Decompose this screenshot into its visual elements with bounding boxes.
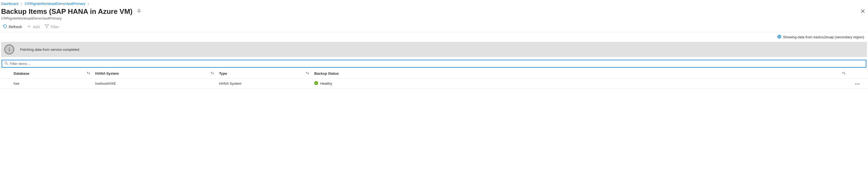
breadcrumb-link-dashboard[interactable]: Dashboard bbox=[1, 2, 19, 6]
page-subtitle: CRRIgniteWorkloadDemoVaultPrimary bbox=[0, 16, 868, 23]
svg-line-8 bbox=[7, 64, 8, 65]
column-header-hana-system[interactable]: HANA System bbox=[95, 71, 219, 75]
region-notice-bar: Showing data from eastus2euap (secondary… bbox=[0, 32, 868, 42]
breadcrumb: Dashboard 〉 CRRIgniteWorkloadDemoVaultPr… bbox=[0, 0, 868, 6]
svg-point-7 bbox=[5, 62, 7, 64]
status-ok-icon bbox=[314, 81, 318, 86]
cell-type: HANA System bbox=[219, 81, 241, 85]
backup-items-table: Database HANA System Type Backup Status bbox=[0, 69, 868, 89]
filter-items-input[interactable] bbox=[10, 62, 864, 66]
sort-icon bbox=[87, 71, 95, 75]
column-label: Database bbox=[13, 71, 29, 75]
pin-icon[interactable] bbox=[137, 9, 141, 14]
globe-icon bbox=[777, 35, 781, 40]
column-label: Backup Status bbox=[314, 71, 339, 75]
column-header-backup-status[interactable]: Backup Status bbox=[314, 71, 850, 75]
more-actions-button[interactable] bbox=[855, 81, 860, 85]
info-message: Fetching data from service completed. bbox=[20, 47, 80, 51]
svg-point-10 bbox=[855, 83, 856, 84]
table-row[interactable]: hxe hxehost\HXE HANA System Healthy bbox=[0, 78, 868, 89]
close-icon bbox=[861, 10, 865, 14]
sort-icon bbox=[842, 71, 850, 75]
filter-button: Filter bbox=[44, 24, 59, 29]
search-icon bbox=[4, 61, 8, 66]
filter-items-box[interactable] bbox=[2, 60, 866, 68]
column-label: Type bbox=[219, 71, 227, 75]
cell-database: hxe bbox=[13, 81, 19, 85]
filter-icon bbox=[44, 24, 49, 29]
breadcrumb-link-vault[interactable]: CRRIgniteWorkloadDemoVaultPrimary bbox=[25, 2, 86, 6]
svg-marker-5 bbox=[45, 25, 49, 28]
cell-backup-status: Healthy bbox=[320, 81, 332, 85]
sort-icon bbox=[306, 71, 314, 75]
close-button[interactable] bbox=[859, 8, 866, 15]
page-header: Backup Items (SAP HANA in Azure VM) bbox=[0, 6, 868, 16]
column-header-type[interactable]: Type bbox=[219, 71, 314, 75]
refresh-icon bbox=[3, 24, 7, 29]
filter-label: Filter bbox=[51, 25, 59, 29]
info-icon: i bbox=[4, 44, 14, 54]
chevron-right-icon: 〉 bbox=[21, 2, 22, 5]
region-notice-text: Showing data from eastus2euap (secondary… bbox=[783, 35, 864, 39]
refresh-label: Refresh bbox=[9, 25, 22, 29]
svg-point-11 bbox=[857, 83, 858, 84]
sort-icon bbox=[210, 71, 219, 75]
page-title: Backup Items (SAP HANA in Azure VM) bbox=[1, 7, 132, 16]
chevron-right-icon: 〉 bbox=[88, 2, 89, 5]
cell-hana-system: hxehost\HXE bbox=[95, 81, 116, 85]
add-button: Add bbox=[27, 24, 40, 29]
add-label: Add bbox=[33, 25, 40, 29]
svg-point-12 bbox=[859, 83, 859, 84]
info-banner: i Fetching data from service completed. bbox=[1, 42, 867, 57]
plus-icon bbox=[27, 24, 31, 29]
column-header-database[interactable]: Database bbox=[13, 71, 95, 75]
refresh-button[interactable]: Refresh bbox=[3, 24, 22, 29]
column-label: HANA System bbox=[95, 71, 119, 75]
toolbar: Refresh Add Filter bbox=[0, 23, 868, 32]
table-header-row: Database HANA System Type Backup Status bbox=[0, 69, 868, 78]
svg-point-6 bbox=[777, 35, 781, 39]
